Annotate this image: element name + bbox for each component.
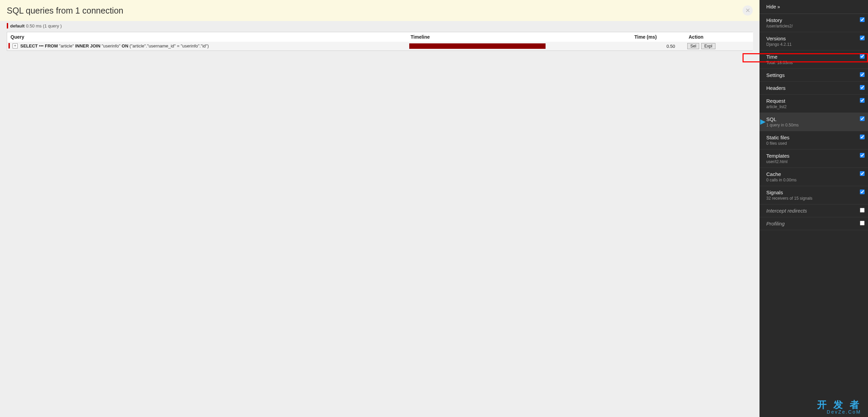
close-icon: ✕ bbox=[745, 7, 750, 14]
sidebar-panel-sql[interactable]: SQL1 query in 0.50ms bbox=[760, 113, 868, 131]
sidebar-panel-profiling[interactable]: Profiling bbox=[760, 217, 868, 230]
page-title: SQL queries from 1 connection bbox=[7, 6, 123, 16]
panel-checkbox[interactable] bbox=[860, 190, 865, 194]
panel-checkbox[interactable] bbox=[860, 98, 865, 103]
panel-checkbox[interactable] bbox=[860, 54, 865, 59]
panel-subtitle: 32 receivers of 15 signals bbox=[766, 196, 861, 201]
panel-title: Signals bbox=[766, 190, 861, 195]
panel-checkbox[interactable] bbox=[860, 171, 865, 176]
panel-checkbox[interactable] bbox=[860, 208, 865, 213]
panel-title: Request bbox=[766, 98, 861, 104]
action-cell: Sel Expl bbox=[685, 42, 753, 51]
col-header-action: Action bbox=[685, 32, 753, 42]
panel-subtitle: /user/articles2/ bbox=[766, 24, 861, 28]
panel-subtitle: 0 files used bbox=[766, 141, 861, 146]
tbl-userinfo: "userinfo" bbox=[102, 43, 120, 48]
panel-checkbox[interactable] bbox=[860, 17, 865, 22]
sql-cond: ("article"."username_id" = "userinfo"."i… bbox=[130, 43, 209, 48]
panel-title: Headers bbox=[766, 85, 861, 91]
watermark-line2: DevZe.CoM bbox=[817, 410, 861, 414]
panel-title: Time bbox=[766, 54, 861, 60]
panel-subtitle: Django 4.2.11 bbox=[766, 42, 861, 47]
db-name: default bbox=[10, 23, 25, 28]
debug-toolbar-sidebar: Hide » History/user/articles2/VersionsDj… bbox=[760, 0, 868, 417]
panel-title: Cache bbox=[766, 171, 861, 177]
col-header-time: Time (ms) bbox=[631, 32, 685, 42]
panel-checkbox[interactable] bbox=[860, 85, 865, 90]
panel-title: Versions bbox=[766, 36, 861, 41]
panel-title: Profiling bbox=[766, 221, 861, 226]
kw-select: SELECT bbox=[20, 43, 38, 48]
table-header-row: Query Timeline Time (ms) Action bbox=[7, 32, 753, 42]
panel-checkbox[interactable] bbox=[860, 135, 865, 139]
panel-checkbox[interactable] bbox=[860, 153, 865, 158]
panel-subtitle: 0 calls in 0.00ms bbox=[766, 178, 861, 182]
sidebar-panel-time[interactable]: TimeTotal: 18.03ms bbox=[760, 51, 868, 69]
main-content: SQL queries from 1 connection ✕ default … bbox=[0, 0, 760, 417]
accent-bar bbox=[7, 23, 8, 28]
time-cell: 0.50 bbox=[631, 42, 685, 51]
expand-toggle[interactable]: + bbox=[13, 43, 18, 48]
panel-title: Settings bbox=[766, 72, 861, 78]
sidebar-panel-settings[interactable]: Settings bbox=[760, 69, 868, 82]
sidebar-panel-signals[interactable]: Signals32 receivers of 15 signals bbox=[760, 186, 868, 204]
db-stats: 0.50 ms (1 query ) bbox=[26, 23, 62, 28]
kw-from: FROM bbox=[45, 43, 58, 48]
col-header-query: Query bbox=[7, 32, 407, 42]
watermark: 开 发 者 DevZe.CoM bbox=[817, 400, 861, 414]
sidebar-panel-static-files[interactable]: Static files0 files used bbox=[760, 131, 868, 150]
col-header-timeline: Timeline bbox=[407, 32, 631, 42]
panel-subtitle: user/t2.html bbox=[766, 159, 861, 164]
panel-subtitle: article_list2 bbox=[766, 104, 861, 109]
kw-inner-join: INNER JOIN bbox=[75, 43, 100, 48]
connection-summary: default 0.50 ms (1 query ) bbox=[0, 21, 760, 31]
sidebar-panel-headers[interactable]: Headers bbox=[760, 82, 868, 95]
expl-button[interactable]: Expl bbox=[701, 43, 715, 49]
tbl-article: "article" bbox=[59, 43, 74, 48]
title-bar: SQL queries from 1 connection ✕ bbox=[0, 0, 760, 21]
timeline-bar bbox=[409, 43, 629, 49]
table-row: + SELECT ••• FROM "article" INNER JOIN "… bbox=[7, 42, 753, 51]
query-cell: + SELECT ••• FROM "article" INNER JOIN "… bbox=[7, 42, 407, 50]
watermark-line1: 开 发 者 bbox=[817, 400, 861, 410]
sql-dots: ••• bbox=[39, 43, 44, 48]
active-indicator-icon bbox=[760, 119, 766, 125]
panel-title: Intercept redirects bbox=[766, 208, 861, 214]
panel-title: SQL bbox=[766, 116, 861, 122]
kw-on: ON bbox=[122, 43, 129, 48]
sel-button[interactable]: Sel bbox=[687, 43, 699, 49]
panel-title: History bbox=[766, 17, 861, 23]
panel-subtitle: Total: 18.03ms bbox=[766, 60, 861, 65]
panel-checkbox[interactable] bbox=[860, 72, 865, 77]
timeline-cell bbox=[407, 42, 631, 51]
sidebar-panel-cache[interactable]: Cache0 calls in 0.00ms bbox=[760, 168, 868, 186]
timeline-fill bbox=[409, 43, 546, 49]
sidebar-panel-intercept-redirects[interactable]: Intercept redirects bbox=[760, 204, 868, 217]
query-accent-bar bbox=[8, 43, 10, 48]
hide-toggle[interactable]: Hide » bbox=[760, 0, 868, 14]
panel-title: Templates bbox=[766, 153, 861, 159]
panel-checkbox[interactable] bbox=[860, 116, 865, 121]
sidebar-panel-history[interactable]: History/user/articles2/ bbox=[760, 14, 868, 32]
close-button[interactable]: ✕ bbox=[743, 5, 753, 16]
sidebar-panel-versions[interactable]: VersionsDjango 4.2.11 bbox=[760, 32, 868, 51]
panel-subtitle: 1 query in 0.50ms bbox=[766, 123, 861, 127]
sql-text: SELECT ••• FROM "article" INNER JOIN "us… bbox=[20, 43, 209, 48]
sidebar-panel-request[interactable]: Requestarticle_list2 bbox=[760, 95, 868, 113]
panel-title: Static files bbox=[766, 135, 861, 140]
sidebar-panel-templates[interactable]: Templatesuser/t2.html bbox=[760, 150, 868, 168]
query-table: Query Timeline Time (ms) Action + SELECT… bbox=[7, 32, 753, 51]
panel-checkbox[interactable] bbox=[860, 221, 865, 225]
panel-checkbox[interactable] bbox=[860, 36, 865, 40]
